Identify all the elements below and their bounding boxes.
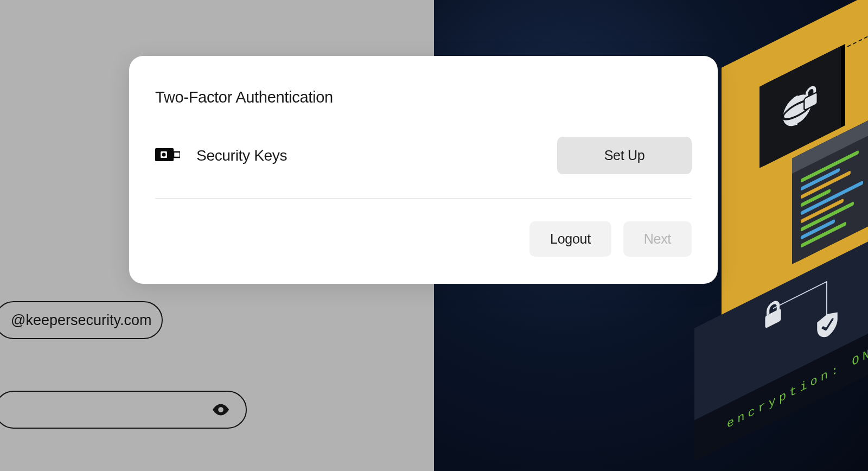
two-factor-modal: Two-Factor Authentication Security Keys … [129, 56, 718, 284]
security-keys-label: Security Keys [196, 147, 541, 164]
svg-rect-9 [174, 152, 180, 157]
modal-title: Two-Factor Authentication [155, 88, 692, 106]
svg-point-5 [218, 407, 224, 412]
logout-button[interactable]: Logout [529, 221, 611, 257]
setup-button[interactable]: Set Up [557, 137, 692, 174]
email-field-value: @keepersecurity.com [11, 312, 152, 329]
security-key-icon [155, 148, 180, 164]
eye-icon[interactable] [211, 400, 231, 419]
email-field[interactable]: @keepersecurity.com [0, 301, 163, 339]
security-keys-row: Security Keys Set Up [155, 137, 692, 199]
svg-point-8 [162, 152, 166, 156]
next-button: Next [623, 221, 692, 257]
password-field[interactable] [0, 391, 247, 429]
modal-footer: Logout Next [155, 221, 692, 257]
dashed-outline [847, 16, 868, 84]
globe-lock-icon [779, 75, 821, 139]
